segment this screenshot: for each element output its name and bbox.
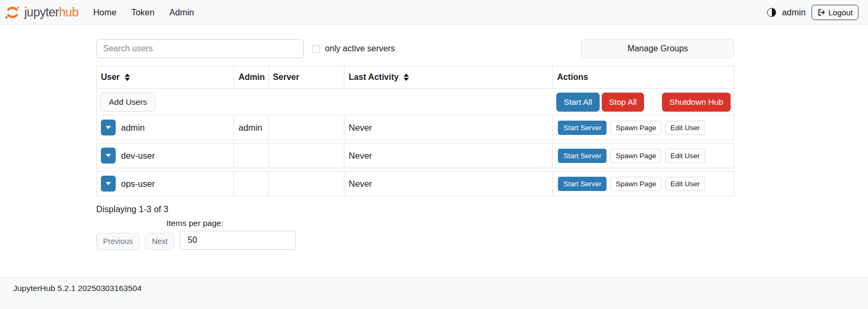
- last-activity-cell: Never: [344, 171, 553, 196]
- edit-user-button[interactable]: Edit User: [665, 121, 705, 135]
- username: admin: [121, 123, 145, 133]
- shutdown-hub-button[interactable]: Shutdown Hub: [662, 93, 731, 112]
- header-user-label: User: [101, 72, 120, 82]
- user-cell: admin: [97, 115, 234, 140]
- start-all-button[interactable]: Start All: [556, 93, 599, 112]
- username: ops-user: [121, 179, 155, 189]
- pagination-summary: Displaying 1-3 of 3: [96, 204, 734, 214]
- header-last-activity-label: Last Activity: [349, 72, 399, 82]
- nav-home[interactable]: Home: [86, 7, 124, 17]
- only-active-checkbox[interactable]: [312, 45, 320, 53]
- navbar: jupyterhub Home Token Admin admin Logout: [0, 0, 868, 25]
- only-active-label: only active servers: [325, 44, 395, 53]
- theme-toggle-icon[interactable]: [767, 8, 776, 17]
- table-row-dev-user: dev-user Never Start Server Spawn Page E…: [96, 143, 734, 168]
- table-toolbar-row: Add Users Start All Stop All Shutdown Hu…: [97, 89, 734, 115]
- current-user-label: admin: [782, 7, 806, 17]
- header-server-label: Server: [273, 72, 300, 82]
- actions-cell: Start Server Spawn Page Edit User: [553, 115, 734, 140]
- server-cell: [269, 171, 345, 196]
- previous-page-button[interactable]: Previous: [96, 233, 139, 250]
- start-server-button[interactable]: Start Server: [558, 177, 606, 191]
- sort-icon-user[interactable]: [125, 74, 130, 81]
- navbar-right: admin Logout: [767, 5, 858, 20]
- brand-jupyter: jupyter: [24, 5, 59, 19]
- admin-cell: [234, 143, 268, 168]
- search-input[interactable]: [96, 39, 304, 58]
- add-users-button[interactable]: Add Users: [100, 93, 155, 112]
- user-cell: dev-user: [97, 143, 234, 168]
- users-table: User Admin Server Last Activity Actions …: [96, 66, 734, 115]
- footer: JupyterHub 5.2.1 20250303163504: [0, 277, 868, 309]
- user-dropdown-button[interactable]: [101, 148, 116, 163]
- user-dropdown-button[interactable]: [101, 176, 116, 192]
- actions-cell: Start Server Spawn Page Edit User: [553, 171, 734, 196]
- nav-links: Home Token Admin: [86, 7, 201, 17]
- jupyter-logo-icon: [4, 4, 21, 21]
- table-row-ops-user: ops-user Never Start Server Spawn Page E…: [96, 171, 734, 196]
- controls-row: only active servers Manage Groups: [96, 39, 734, 58]
- table-header-row: User Admin Server Last Activity Actions: [97, 66, 734, 89]
- header-last-activity[interactable]: Last Activity: [344, 66, 553, 88]
- brand-hub: hub: [59, 5, 79, 19]
- header-admin-label: Admin: [238, 72, 265, 82]
- admin-cell: [234, 171, 268, 196]
- logout-button[interactable]: Logout: [811, 5, 858, 20]
- stop-all-button[interactable]: Stop All: [602, 93, 645, 112]
- server-cell: [269, 143, 345, 168]
- nav-token[interactable]: Token: [124, 7, 162, 17]
- start-server-button[interactable]: Start Server: [558, 121, 606, 135]
- last-activity-cell: Never: [344, 143, 553, 168]
- bulk-actions-group: Start All Stop All Shutdown Hub: [556, 93, 731, 112]
- spawn-page-button[interactable]: Spawn Page: [610, 177, 661, 191]
- header-user[interactable]: User: [97, 66, 234, 88]
- version-text: JupyterHub 5.2.1 20250303163504: [13, 284, 142, 293]
- nav-admin[interactable]: Admin: [162, 7, 201, 17]
- next-page-button[interactable]: Next: [145, 233, 174, 250]
- logout-icon: [817, 8, 825, 16]
- table-row-admin: admin admin Never Start Server Spawn Pag…: [96, 115, 734, 140]
- start-server-button[interactable]: Start Server: [558, 149, 606, 163]
- chevron-down-icon: [106, 154, 111, 157]
- header-server: Server: [269, 66, 345, 88]
- jupyterhub-logo[interactable]: jupyterhub: [4, 4, 78, 21]
- manage-groups-button[interactable]: Manage Groups: [581, 39, 734, 58]
- pagination-controls: Previous Next: [96, 231, 734, 250]
- spawn-page-button[interactable]: Spawn Page: [610, 149, 661, 163]
- server-cell: [269, 115, 345, 140]
- logout-label: Logout: [828, 8, 853, 17]
- admin-cell: admin: [234, 115, 268, 140]
- spawn-page-button[interactable]: Spawn Page: [610, 121, 661, 135]
- chevron-down-icon: [106, 126, 111, 129]
- sort-icon-last-activity[interactable]: [404, 74, 409, 81]
- edit-user-button[interactable]: Edit User: [665, 177, 705, 191]
- admin-panel: only active servers Manage Groups User A…: [96, 39, 734, 250]
- chevron-down-icon: [106, 182, 111, 185]
- user-cell: ops-user: [97, 171, 234, 196]
- items-per-page-input[interactable]: [180, 231, 296, 250]
- last-activity-cell: Never: [344, 115, 553, 140]
- user-dropdown-button[interactable]: [101, 120, 116, 135]
- only-active-filter[interactable]: only active servers: [312, 44, 395, 53]
- items-per-page-label: Items per page:: [166, 219, 734, 228]
- edit-user-button[interactable]: Edit User: [665, 149, 705, 163]
- brand-text: jupyterhub: [24, 5, 78, 20]
- actions-cell: Start Server Spawn Page Edit User: [553, 143, 734, 168]
- header-admin: Admin: [234, 66, 268, 88]
- header-actions: Actions: [553, 66, 734, 88]
- username: dev-user: [121, 151, 155, 161]
- header-actions-label: Actions: [557, 72, 588, 82]
